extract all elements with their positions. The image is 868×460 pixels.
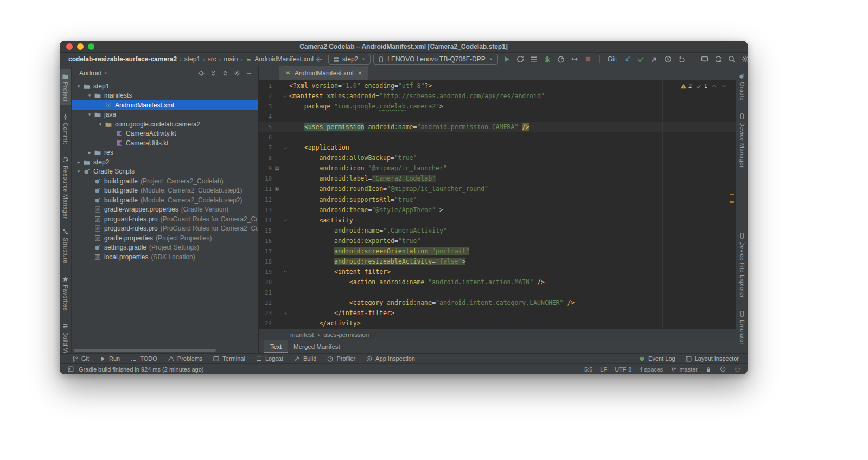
- history-icon[interactable]: [662, 54, 674, 65]
- next-issue-icon[interactable]: [721, 83, 727, 89]
- profile-icon[interactable]: [555, 54, 567, 65]
- fold-marker-icon[interactable]: [282, 94, 289, 99]
- code-line[interactable]: 10 android:label="Camera2 Codelab": [259, 174, 736, 184]
- inspections-ok-indicator[interactable]: 1: [695, 82, 707, 90]
- project-tree-item-gradle-scripts[interactable]: ▾Gradle Scripts: [72, 167, 258, 177]
- settings-icon[interactable]: [739, 54, 748, 65]
- code-editor[interactable]: 1<?xml version="1.0" encoding="utf-8"?>2…: [259, 80, 736, 329]
- code-line[interactable]: 4: [259, 112, 736, 122]
- feedback-smiley-icon[interactable]: [719, 366, 726, 373]
- view-tab-merged-manifest[interactable]: Merged Manifest: [288, 340, 346, 353]
- tree-expand-arrow-icon[interactable]: ▾: [86, 93, 93, 98]
- breadcrumb-item-src[interactable]: src: [208, 55, 216, 63]
- project-tree-item-androidmanifest-xml[interactable]: AndroidManifest.xml: [72, 100, 258, 110]
- search-icon[interactable]: [726, 54, 738, 65]
- code-line[interactable]: 19 <intent-filter>: [259, 267, 736, 277]
- drawable-preview-icon[interactable]: [272, 165, 282, 172]
- breadcrumb-item-codelab-resizable-surface-camera2[interactable]: codelab-resizable-surface-camera2: [68, 55, 177, 63]
- tree-expand-arrow-icon[interactable]: ▾: [97, 122, 104, 127]
- project-tree-item-java[interactable]: ▾java: [72, 110, 258, 120]
- view-tab-text[interactable]: Text: [264, 340, 288, 353]
- fold-marker-icon[interactable]: [282, 269, 289, 274]
- project-tree-item-cameraactivity-kt[interactable]: CameraActivity.kt: [72, 129, 258, 139]
- tool-window-button-logcat[interactable]: Logcat: [256, 355, 283, 362]
- code-line[interactable]: 24 </activity>: [259, 318, 736, 329]
- project-tree-item-step1[interactable]: ▾step1: [72, 81, 258, 91]
- code-line[interactable]: 12 android:supportsRtl="true": [259, 195, 736, 205]
- code-line[interactable]: 17 android:screenOrientation="portrait": [259, 246, 736, 257]
- tool-stripe-item-device-manager[interactable]: Device Manager: [736, 110, 748, 171]
- file-encoding[interactable]: UTF-8: [615, 366, 631, 373]
- code-line[interactable]: 8 android:allowBackup="true": [259, 153, 736, 163]
- warnings-indicator[interactable]: 2: [680, 82, 692, 90]
- check-icon[interactable]: [635, 54, 647, 65]
- fold-marker-icon[interactable]: [282, 145, 289, 151]
- tool-stripe-item-commit[interactable]: Commit: [60, 110, 71, 148]
- back-arrow-icon[interactable]: [314, 54, 326, 65]
- code-line[interactable]: 2<manifest xmlns:android="http://schemas…: [259, 91, 736, 101]
- code-line[interactable]: 15 android:name=".CameraActivity": [259, 226, 736, 236]
- tool-stripe-item-resource-manager[interactable]: Resource Manager: [60, 153, 71, 222]
- minimize-window-button[interactable]: [77, 43, 84, 50]
- tool-stripe-item-project[interactable]: Project: [60, 69, 71, 105]
- fold-marker-icon[interactable]: [282, 218, 289, 223]
- code-line[interactable]: 9 android:icon="@mipmap/ic_launcher": [259, 163, 736, 174]
- scrollbar-warning-mark[interactable]: [730, 201, 734, 203]
- tree-expand-arrow-icon[interactable]: ▾: [75, 84, 82, 89]
- titlebar[interactable]: Camera2 Codelab – AndroidManifest.xml [C…: [60, 41, 748, 53]
- project-tree-item-res[interactable]: ▸res: [72, 148, 258, 158]
- code-line[interactable]: 7 <application: [259, 143, 736, 153]
- apply-icon[interactable]: [514, 54, 526, 65]
- breadcrumb-item-step1[interactable]: step1: [184, 55, 200, 63]
- code-line[interactable]: 3 package="com.google.codelab.camera2">: [259, 101, 736, 112]
- panel-settings-icon[interactable]: [233, 69, 241, 77]
- play-icon[interactable]: [501, 54, 513, 65]
- run-configuration-select[interactable]: step2: [328, 54, 371, 65]
- tool-window-button-layout-inspector[interactable]: Layout Inspector: [685, 355, 739, 362]
- tree-expand-arrow-icon[interactable]: ▸: [86, 150, 93, 155]
- devices-icon[interactable]: [699, 54, 711, 65]
- close-window-button[interactable]: [66, 43, 73, 50]
- fold-marker-icon[interactable]: [282, 311, 289, 316]
- tree-expand-arrow-icon[interactable]: ▾: [75, 169, 82, 174]
- project-tree-item-settings-gradle[interactable]: settings.gradle(Project Settings): [72, 243, 258, 253]
- tool-window-button-app-inspection[interactable]: App Inspection: [366, 355, 415, 362]
- code-line[interactable]: 21: [259, 288, 736, 298]
- project-tree-item-camerautils-kt[interactable]: CameraUtils.kt: [72, 138, 258, 148]
- rollback-icon[interactable]: [675, 54, 687, 65]
- stop-icon[interactable]: [582, 54, 594, 65]
- cursor-position[interactable]: 5:5: [584, 366, 592, 373]
- bug-icon[interactable]: [541, 54, 553, 65]
- code-line[interactable]: 11 android:roundIcon="@mipmap/ic_launche…: [259, 184, 736, 194]
- tool-window-button-event-log[interactable]: Event Log: [639, 355, 675, 362]
- tool-stripe-item-gradle[interactable]: Gradle: [736, 69, 748, 104]
- arrow-ur-icon[interactable]: [648, 54, 660, 65]
- panel-collapse-icon[interactable]: [221, 69, 229, 77]
- tool-window-button-problems[interactable]: Problems: [168, 355, 202, 362]
- project-tree-item-gradle-wrapper-properties[interactable]: gradle-wrapper.properties(Gradle Version…: [72, 205, 258, 215]
- drawable-preview-icon[interactable]: [272, 186, 282, 193]
- git-branch-widget[interactable]: master: [671, 366, 698, 373]
- project-tree-item-gradle-properties[interactable]: gradle.properties(Project Properties): [72, 233, 258, 243]
- scrollbar-warning-mark[interactable]: [730, 194, 734, 195]
- panel-minus-icon[interactable]: [245, 69, 253, 77]
- tool-stripe-item-device-file-explorer[interactable]: Device File Explorer: [736, 229, 748, 301]
- project-tree-item-local-properties[interactable]: local.properties(SDK Location): [72, 252, 258, 262]
- tree-expand-arrow-icon[interactable]: ▸: [75, 159, 82, 165]
- code-line[interactable]: 22 <category android:name="android.inten…: [259, 298, 736, 308]
- tree-expand-arrow-icon[interactable]: ▾: [86, 112, 93, 117]
- project-view-mode[interactable]: Android: [79, 69, 101, 77]
- project-tree-item-build-gradle[interactable]: build.gradle(Module: Camera2_Codelab.ste…: [72, 186, 258, 196]
- device-select[interactable]: LENOVO Lenovo TB-Q706F-DPP: [373, 54, 498, 65]
- xml-breadcrumb-uses-permission[interactable]: uses-permission: [323, 331, 369, 338]
- tool-window-button-build[interactable]: Build: [293, 355, 316, 362]
- close-icon[interactable]: [357, 70, 363, 76]
- tool-stripe-item-favorites[interactable]: Favorites: [60, 272, 71, 314]
- tool-window-button-todo[interactable]: TODO: [130, 355, 157, 362]
- breadcrumb-item-main[interactable]: main: [224, 55, 238, 63]
- line-separator[interactable]: LF: [600, 366, 607, 373]
- lock-icon[interactable]: [705, 366, 712, 373]
- project-tree-item-build-gradle[interactable]: build.gradle(Project: Camera2_Codelab): [72, 176, 258, 186]
- feedback-meh-icon[interactable]: [734, 366, 741, 373]
- code-line[interactable]: 23 </intent-filter>: [259, 308, 736, 318]
